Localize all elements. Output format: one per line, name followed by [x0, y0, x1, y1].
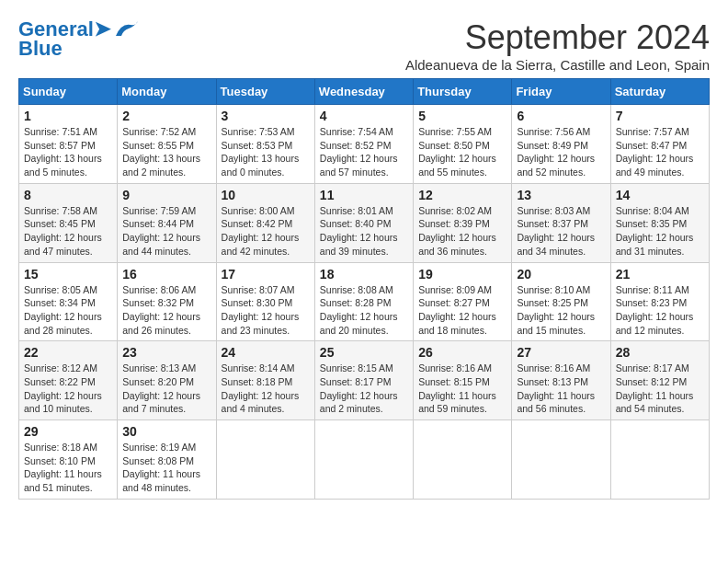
calendar-cell: 25Sunrise: 8:15 AM Sunset: 8:17 PM Dayli…	[314, 341, 413, 420]
calendar-cell: 21Sunrise: 8:11 AM Sunset: 8:23 PM Dayli…	[610, 262, 709, 341]
day-number: 22	[24, 345, 112, 360]
day-info: Sunrise: 7:54 AM Sunset: 8:52 PM Dayligh…	[320, 125, 408, 179]
day-number: 3	[222, 109, 310, 123]
day-number: 28	[616, 345, 704, 360]
day-number: 11	[320, 188, 408, 202]
weekday-header-row: SundayMondayTuesdayWednesdayThursdayFrid…	[19, 79, 710, 105]
calendar-cell: 6Sunrise: 7:56 AM Sunset: 8:49 PM Daylig…	[512, 105, 610, 184]
weekday-header-friday: Friday	[512, 79, 610, 105]
calendar-cell: 20Sunrise: 8:10 AM Sunset: 8:25 PM Dayli…	[512, 262, 610, 341]
calendar-cell	[414, 420, 512, 500]
day-info: Sunrise: 8:18 AM Sunset: 8:10 PM Dayligh…	[24, 441, 112, 495]
day-info: Sunrise: 7:59 AM Sunset: 8:44 PM Dayligh…	[122, 204, 210, 259]
calendar-cell: 11Sunrise: 8:01 AM Sunset: 8:40 PM Dayli…	[314, 183, 413, 262]
calendar-cell: 15Sunrise: 8:05 AM Sunset: 8:34 PM Dayli…	[19, 262, 118, 341]
calendar-cell	[314, 420, 413, 500]
calendar-cell: 18Sunrise: 8:08 AM Sunset: 8:28 PM Dayli…	[314, 262, 413, 341]
calendar-cell: 23Sunrise: 8:13 AM Sunset: 8:20 PM Dayli…	[118, 341, 216, 420]
logo: General➤ Blue	[18, 18, 140, 61]
calendar-cell: 10Sunrise: 8:00 AM Sunset: 8:42 PM Dayli…	[216, 183, 314, 262]
day-number: 29	[24, 424, 112, 439]
day-info: Sunrise: 8:17 AM Sunset: 8:12 PM Dayligh…	[616, 362, 704, 416]
day-info: Sunrise: 8:08 AM Sunset: 8:28 PM Dayligh…	[320, 283, 408, 338]
day-info: Sunrise: 7:56 AM Sunset: 8:49 PM Dayligh…	[517, 125, 605, 179]
day-info: Sunrise: 8:15 AM Sunset: 8:17 PM Dayligh…	[320, 362, 408, 416]
calendar-cell: 29Sunrise: 8:18 AM Sunset: 8:10 PM Dayli…	[19, 420, 118, 500]
day-number: 2	[122, 109, 210, 123]
day-number: 1	[24, 109, 112, 123]
day-number: 16	[122, 267, 210, 282]
week-row-3: 15Sunrise: 8:05 AM Sunset: 8:34 PM Dayli…	[19, 262, 710, 341]
day-info: Sunrise: 8:01 AM Sunset: 8:40 PM Dayligh…	[320, 204, 408, 259]
day-info: Sunrise: 8:03 AM Sunset: 8:37 PM Dayligh…	[517, 204, 605, 259]
day-info: Sunrise: 8:11 AM Sunset: 8:23 PM Dayligh…	[616, 283, 704, 338]
day-info: Sunrise: 8:12 AM Sunset: 8:22 PM Dayligh…	[24, 362, 112, 416]
location-subtitle: Aldeanueva de la Sierra, Castille and Le…	[405, 57, 710, 73]
calendar-cell: 24Sunrise: 8:14 AM Sunset: 8:18 PM Dayli…	[216, 341, 314, 420]
day-info: Sunrise: 7:58 AM Sunset: 8:45 PM Dayligh…	[24, 204, 112, 259]
calendar-cell: 28Sunrise: 8:17 AM Sunset: 8:12 PM Dayli…	[610, 341, 709, 420]
day-number: 8	[24, 188, 112, 202]
day-number: 18	[320, 267, 408, 282]
day-number: 12	[418, 188, 506, 202]
day-number: 15	[24, 267, 112, 282]
logo-blue-text: Blue	[18, 37, 63, 61]
day-number: 25	[320, 345, 408, 360]
calendar-cell: 30Sunrise: 8:19 AM Sunset: 8:08 PM Dayli…	[118, 420, 216, 500]
day-info: Sunrise: 8:16 AM Sunset: 8:13 PM Dayligh…	[517, 362, 605, 416]
day-info: Sunrise: 8:04 AM Sunset: 8:35 PM Dayligh…	[616, 204, 704, 259]
calendar-cell: 22Sunrise: 8:12 AM Sunset: 8:22 PM Dayli…	[19, 341, 118, 420]
calendar-cell: 26Sunrise: 8:16 AM Sunset: 8:15 PM Dayli…	[414, 341, 512, 420]
day-info: Sunrise: 7:51 AM Sunset: 8:57 PM Dayligh…	[24, 125, 112, 179]
day-number: 10	[222, 188, 310, 202]
day-number: 19	[418, 267, 506, 282]
day-info: Sunrise: 8:16 AM Sunset: 8:15 PM Dayligh…	[418, 362, 506, 416]
weekday-header-monday: Monday	[118, 79, 216, 105]
calendar-cell: 7Sunrise: 7:57 AM Sunset: 8:47 PM Daylig…	[610, 105, 709, 184]
day-info: Sunrise: 8:00 AM Sunset: 8:42 PM Dayligh…	[222, 204, 310, 259]
day-info: Sunrise: 8:02 AM Sunset: 8:39 PM Dayligh…	[418, 204, 506, 259]
weekday-header-sunday: Sunday	[19, 79, 118, 105]
day-info: Sunrise: 7:55 AM Sunset: 8:50 PM Dayligh…	[418, 125, 506, 179]
day-info: Sunrise: 8:09 AM Sunset: 8:27 PM Dayligh…	[418, 283, 506, 338]
week-row-5: 29Sunrise: 8:18 AM Sunset: 8:10 PM Dayli…	[19, 420, 710, 500]
day-number: 4	[320, 109, 408, 123]
calendar-cell: 9Sunrise: 7:59 AM Sunset: 8:44 PM Daylig…	[118, 183, 216, 262]
logo-bird-icon	[114, 19, 140, 40]
day-info: Sunrise: 8:14 AM Sunset: 8:18 PM Dayligh…	[222, 362, 310, 416]
day-number: 23	[122, 345, 210, 360]
calendar-cell: 16Sunrise: 8:06 AM Sunset: 8:32 PM Dayli…	[118, 262, 216, 341]
calendar-cell: 17Sunrise: 8:07 AM Sunset: 8:30 PM Dayli…	[216, 262, 314, 341]
day-number: 21	[616, 267, 704, 282]
day-info: Sunrise: 7:57 AM Sunset: 8:47 PM Dayligh…	[616, 125, 704, 179]
week-row-2: 8Sunrise: 7:58 AM Sunset: 8:45 PM Daylig…	[19, 183, 710, 262]
weekday-header-saturday: Saturday	[610, 79, 709, 105]
calendar-cell: 14Sunrise: 8:04 AM Sunset: 8:35 PM Dayli…	[610, 183, 709, 262]
day-number: 27	[517, 345, 605, 360]
calendar-cell	[216, 420, 314, 500]
calendar-cell: 5Sunrise: 7:55 AM Sunset: 8:50 PM Daylig…	[414, 105, 512, 184]
day-info: Sunrise: 7:52 AM Sunset: 8:55 PM Dayligh…	[122, 125, 210, 179]
day-number: 26	[418, 345, 506, 360]
day-number: 24	[222, 345, 310, 360]
page-header: General➤ Blue September 2024 Aldeanueva …	[18, 18, 710, 73]
day-info: Sunrise: 8:06 AM Sunset: 8:32 PM Dayligh…	[122, 283, 210, 338]
month-title: September 2024	[405, 18, 710, 57]
calendar-cell	[512, 420, 610, 500]
week-row-1: 1Sunrise: 7:51 AM Sunset: 8:57 PM Daylig…	[19, 105, 710, 184]
day-info: Sunrise: 8:05 AM Sunset: 8:34 PM Dayligh…	[24, 283, 112, 338]
day-info: Sunrise: 8:19 AM Sunset: 8:08 PM Dayligh…	[122, 441, 210, 495]
calendar-cell: 13Sunrise: 8:03 AM Sunset: 8:37 PM Dayli…	[512, 183, 610, 262]
calendar-cell: 19Sunrise: 8:09 AM Sunset: 8:27 PM Dayli…	[414, 262, 512, 341]
day-number: 7	[616, 109, 704, 123]
day-number: 9	[122, 188, 210, 202]
week-row-4: 22Sunrise: 8:12 AM Sunset: 8:22 PM Dayli…	[19, 341, 710, 420]
weekday-header-tuesday: Tuesday	[216, 79, 314, 105]
calendar-cell: 4Sunrise: 7:54 AM Sunset: 8:52 PM Daylig…	[314, 105, 413, 184]
day-number: 5	[418, 109, 506, 123]
weekday-header-thursday: Thursday	[414, 79, 512, 105]
day-number: 30	[122, 424, 210, 439]
title-block: September 2024 Aldeanueva de la Sierra, …	[405, 18, 710, 73]
calendar-cell: 1Sunrise: 7:51 AM Sunset: 8:57 PM Daylig…	[19, 105, 118, 184]
day-info: Sunrise: 8:07 AM Sunset: 8:30 PM Dayligh…	[222, 283, 310, 338]
